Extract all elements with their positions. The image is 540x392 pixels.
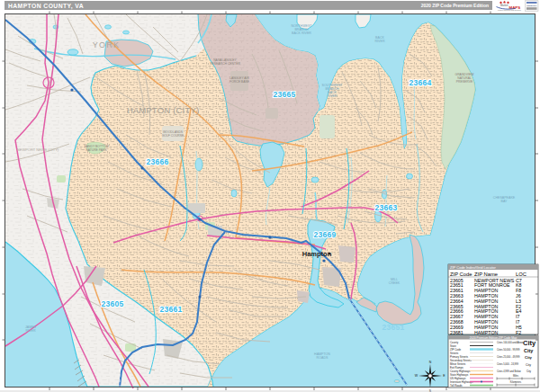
- svg-text:Cities 100,000 and Above: Cities 100,000 and Above: [497, 341, 524, 344]
- svg-text:23663: 23663: [374, 203, 397, 212]
- svg-text:ROADS: ROADS: [317, 356, 328, 360]
- svg-text:HAMPTON COUNTY, VA: HAMPTON COUNTY, VA: [8, 3, 84, 10]
- svg-text:Miles: Miles: [513, 374, 519, 378]
- svg-text:2020 Premium Edition ZIP Code: 2020 Premium Edition ZIP Code Map: [470, 336, 518, 340]
- svg-text:Market: Market: [500, 4, 508, 7]
- svg-text:23664: 23664: [409, 78, 431, 87]
- svg-text:Toll Roads: Toll Roads: [450, 384, 463, 388]
- svg-text:RIVER: RIVER: [328, 94, 338, 98]
- svg-text:Cities 4,999 and Below: Cities 4,999 and Below: [497, 370, 521, 373]
- svg-text:City: City: [524, 348, 534, 353]
- svg-text:ZIP Code Index/Grid Locator: ZIP Code Index/Grid Locator: [450, 265, 497, 270]
- svg-text:City: City: [525, 355, 533, 360]
- svg-text:23651: 23651: [382, 323, 404, 332]
- svg-text:MapSource: MapSource: [526, 4, 537, 6]
- svg-text:23605: 23605: [101, 299, 123, 308]
- svg-text:23661: 23661: [159, 305, 182, 314]
- svg-text:BAY: BAY: [501, 200, 508, 203]
- svg-text:City: City: [526, 363, 531, 367]
- svg-text:City: City: [526, 370, 531, 373]
- svg-text:Custom Mapping & Data Solution: Custom Mapping & Data Solutions: [498, 9, 521, 11]
- svg-text:GOLF COURSE: GOLF COURSE: [162, 134, 184, 138]
- svg-text:LOC: LOC: [516, 272, 526, 277]
- svg-text:HAMPTON: HAMPTON: [474, 330, 499, 335]
- svg-text:23681: 23681: [450, 330, 464, 335]
- svg-text:FORCE BASE: FORCE BASE: [230, 80, 250, 84]
- svg-text:PRESERVE: PRESERVE: [456, 80, 473, 84]
- svg-text:2020 ZIP Code Premium Edition: 2020 ZIP Code Premium Edition: [421, 3, 489, 8]
- svg-text:Cities 50,000 - 99,999: Cities 50,000 - 99,999: [497, 348, 520, 352]
- svg-text:23665: 23665: [273, 90, 295, 99]
- svg-text:NEWPORT NEWS (CITY): NEWPORT NEWS (CITY): [17, 147, 59, 152]
- svg-text:23666: 23666: [146, 157, 168, 166]
- svg-text:Cities 5,000 - 24,999: Cities 5,000 - 24,999: [497, 362, 518, 366]
- svg-text:RESEARCH CENTER: RESEARCH CENTER: [210, 62, 240, 66]
- svg-text:Kilometers: Kilometers: [510, 380, 522, 384]
- svg-text:BACK RIVER: BACK RIVER: [292, 31, 311, 35]
- svg-text:NATURE PARK: NATURE PARK: [86, 148, 107, 152]
- svg-text:RIVER: RIVER: [375, 40, 385, 43]
- svg-text:23669: 23669: [313, 230, 336, 239]
- svg-text:Hampton: Hampton: [302, 250, 332, 258]
- svg-text:YORK: YORK: [93, 40, 120, 49]
- svg-text:ZIP Code: ZIP Code: [450, 272, 472, 277]
- svg-text:RIVER: RIVER: [26, 329, 36, 333]
- svg-text:City: City: [523, 339, 536, 347]
- svg-text:Cities 25,000 - 49,999: Cities 25,000 - 49,999: [497, 355, 520, 359]
- svg-text:ZIP Name: ZIP Name: [474, 272, 498, 277]
- svg-text:HAMPTON (CITY): HAMPTON (CITY): [127, 105, 200, 115]
- svg-text:F2: F2: [516, 330, 521, 335]
- svg-text:CREEK: CREEK: [389, 281, 400, 285]
